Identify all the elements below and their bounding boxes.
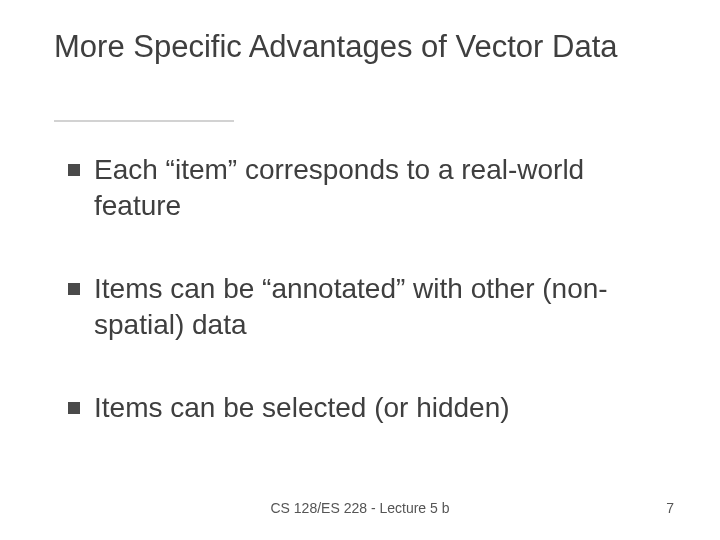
- slide-title: More Specific Advantages of Vector Data: [54, 28, 680, 67]
- bullet-text: Items can be “annotated” with other (non…: [94, 271, 670, 344]
- square-bullet-icon: [68, 283, 80, 295]
- square-bullet-icon: [68, 402, 80, 414]
- list-item: Each “item” corresponds to a real-world …: [68, 152, 670, 225]
- bullet-text: Items can be selected (or hidden): [94, 390, 510, 426]
- slide-body: Each “item” corresponds to a real-world …: [68, 152, 670, 472]
- slide: More Specific Advantages of Vector Data …: [0, 0, 720, 540]
- list-item: Items can be “annotated” with other (non…: [68, 271, 670, 344]
- list-item: Items can be selected (or hidden): [68, 390, 670, 426]
- bullet-text: Each “item” corresponds to a real-world …: [94, 152, 670, 225]
- title-underline: [54, 120, 234, 122]
- page-number: 7: [666, 500, 674, 516]
- square-bullet-icon: [68, 164, 80, 176]
- footer-center-text: CS 128/ES 228 - Lecture 5 b: [0, 500, 720, 516]
